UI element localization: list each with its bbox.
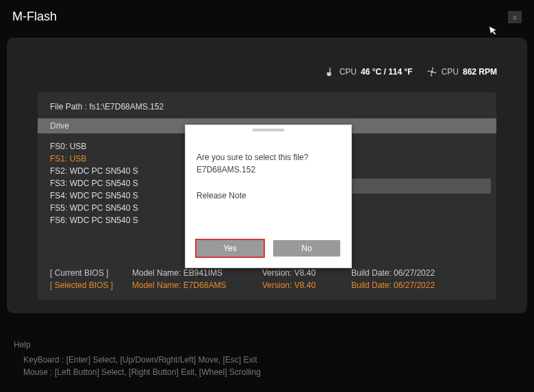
cpu-fan-value: 862 RPM <box>463 67 497 77</box>
file-path: File Path : fs1:\E7D68AMS.152 <box>38 92 496 118</box>
svg-point-1 <box>431 70 433 73</box>
help-title: Help <box>14 339 261 351</box>
dialog-message: Are you sure to select this file? E7D68A… <box>196 151 340 176</box>
bios-selected-model: Model Name: E7D68AMS <box>132 280 262 290</box>
yes-button[interactable]: Yes <box>196 240 264 257</box>
bios-current-model: Model Name: EB941IMS <box>132 268 262 278</box>
close-button[interactable]: x <box>508 11 522 23</box>
cpu-temp-label: CPU <box>340 67 357 77</box>
help-keyboard: KeyBoard : [Enter] Select, [Up/Down/Righ… <box>14 354 261 366</box>
no-button[interactable]: No <box>273 240 340 257</box>
bios-selected-date: Build Date: 06/27/2022 <box>351 280 468 290</box>
cpu-fan-label: CPU <box>442 67 459 77</box>
thermometer-icon <box>325 66 335 77</box>
help-mouse: Mouse : [Left Button] Select, [Right But… <box>14 366 261 378</box>
bios-selected-version: Version: V8.40 <box>262 280 351 290</box>
dialog-line2: E7D68AMS.152 <box>196 164 340 176</box>
fan-icon <box>427 66 437 77</box>
app-title: M-Flash <box>12 10 57 24</box>
dialog-line1: Are you sure to select this file? <box>196 151 340 164</box>
status-row: CPU 46 °C / 114 °F CPU 862 RPM <box>16 46 518 84</box>
bios-current-date: Build Date: 06/27/2022 <box>351 268 468 278</box>
title-bar: M-Flash x <box>0 0 534 29</box>
cpu-temp: CPU 46 °C / 114 °F <box>325 66 413 77</box>
file-path-label: File Path : <box>50 102 87 112</box>
bios-info: [ Current BIOS ] Model Name: EB941IMS Ve… <box>50 268 484 290</box>
file-path-value: fs1:\E7D68AMS.152 <box>89 102 164 112</box>
cpu-fan: CPU 862 RPM <box>427 66 497 77</box>
svg-point-0 <box>327 73 330 75</box>
help-region: Help KeyBoard : [Enter] Select, [Up/Down… <box>14 339 261 378</box>
bios-current-version: Version: V8.40 <box>262 268 351 278</box>
dialog-grip[interactable] <box>253 129 284 131</box>
bios-selected-label: [ Selected BIOS ] <box>50 280 132 290</box>
confirm-dialog: Are you sure to select this file? E7D68A… <box>185 125 352 268</box>
bios-current-label: [ Current BIOS ] <box>50 268 132 278</box>
dialog-release-note[interactable]: Release Note <box>196 191 340 200</box>
cpu-temp-value: 46 °C / 114 °F <box>361 67 413 77</box>
